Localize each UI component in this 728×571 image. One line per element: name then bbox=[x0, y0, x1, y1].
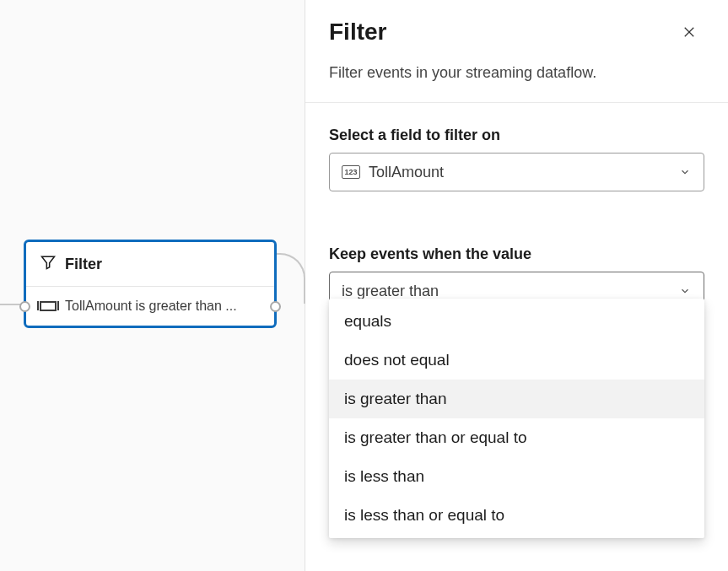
dropdown-item[interactable]: is greater than or equal to bbox=[329, 418, 704, 457]
chevron-down-icon bbox=[678, 284, 692, 298]
number-type-icon: 123 bbox=[342, 165, 360, 179]
node-edge-out bbox=[277, 253, 305, 304]
condition-select-value: is greater than bbox=[342, 283, 670, 300]
dropdown-item[interactable]: is greater than bbox=[329, 380, 704, 418]
field-select[interactable]: 123 TollAmount bbox=[329, 153, 704, 191]
filter-node-summary: TollAmount is greater than ... bbox=[65, 299, 237, 314]
filter-node-header: Filter bbox=[26, 242, 274, 287]
node-output-port[interactable] bbox=[270, 301, 281, 312]
filter-condition-icon bbox=[40, 301, 57, 311]
close-button[interactable] bbox=[674, 19, 704, 49]
dropdown-item[interactable]: is less than bbox=[329, 457, 704, 496]
panel-body: Select a field to filter on 123 TollAmou… bbox=[305, 103, 728, 334]
filter-node[interactable]: Filter TollAmount is greater than ... bbox=[24, 240, 277, 328]
dropdown-item[interactable]: is less than or equal to bbox=[329, 496, 704, 535]
dataflow-canvas[interactable]: Filter TollAmount is greater than ... bbox=[0, 0, 305, 571]
panel-subtitle: Filter events in your streaming dataflow… bbox=[329, 64, 596, 90]
field-label: Select a field to filter on bbox=[329, 127, 704, 144]
chevron-down-icon bbox=[678, 165, 692, 179]
filter-node-body: TollAmount is greater than ... bbox=[26, 287, 274, 326]
condition-dropdown: equalsdoes not equalis greater thanis gr… bbox=[329, 299, 704, 538]
filter-node-title: Filter bbox=[65, 256, 102, 273]
panel-title: Filter bbox=[329, 19, 596, 46]
dropdown-item[interactable]: does not equal bbox=[329, 341, 704, 380]
field-select-value: TollAmount bbox=[369, 164, 670, 181]
dropdown-item[interactable]: equals bbox=[329, 302, 704, 341]
panel-header: Filter Filter events in your streaming d… bbox=[305, 0, 728, 103]
close-icon bbox=[682, 24, 697, 43]
properties-panel: Filter Filter events in your streaming d… bbox=[305, 0, 728, 571]
condition-label: Keep events when the value bbox=[329, 245, 704, 263]
funnel-icon bbox=[40, 254, 57, 274]
node-input-port[interactable] bbox=[19, 301, 30, 312]
